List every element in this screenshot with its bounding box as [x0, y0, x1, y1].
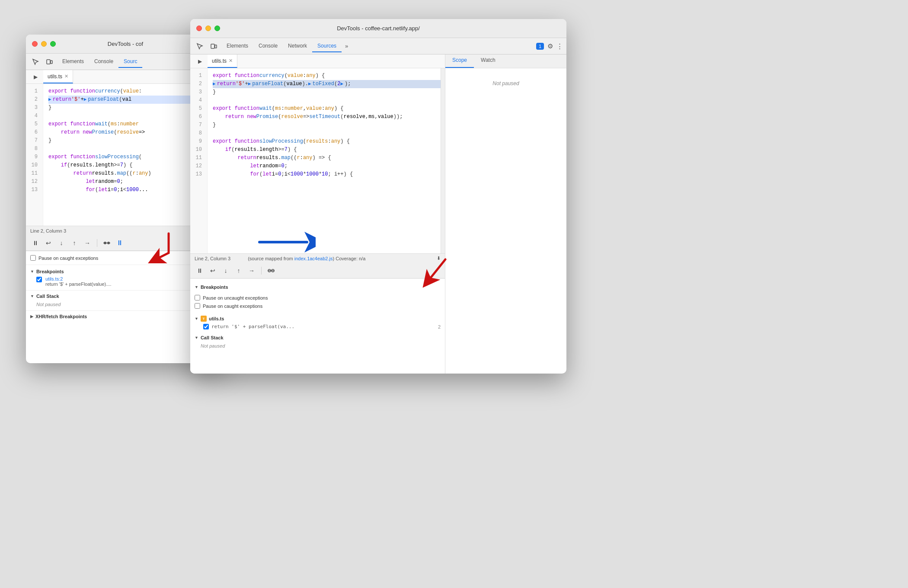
- tab-watch[interactable]: Watch: [474, 54, 502, 68]
- bp-checkbox-back[interactable]: [36, 277, 42, 282]
- bp-code-text: return '$' + parseFloat(va...: [211, 324, 435, 329]
- pause-uncaught-row: Pause on uncaught exceptions: [195, 294, 441, 302]
- file-tab-close[interactable]: ✕: [64, 74, 68, 79]
- pause-caught-row-main: Pause on caught exceptions: [195, 302, 441, 310]
- coverage-download-icon[interactable]: ⬇: [437, 256, 441, 261]
- scope-content: Not paused: [445, 68, 566, 374]
- tab-scope[interactable]: Scope: [445, 54, 474, 68]
- device-mode-icon-main[interactable]: [208, 40, 220, 52]
- utils-file-header[interactable]: ▼ T utils.ts: [195, 314, 441, 323]
- tabbar-main: Elements Console Network Sources » 1 ⚙ ⋮: [190, 38, 566, 54]
- pause-uncaught-label: Pause on uncaught exceptions: [203, 295, 268, 300]
- maximize-button-main[interactable]: [214, 26, 220, 31]
- pause-caught-label-main: Pause on caught exceptions: [203, 304, 262, 309]
- file-tab-name-main: utils.ts: [212, 58, 227, 64]
- console-badge[interactable]: 1: [536, 43, 544, 50]
- pause-resume-btn-main[interactable]: ⏸: [195, 265, 205, 276]
- deactivate-breakpoints-main[interactable]: [266, 265, 276, 276]
- step-out-main[interactable]: ↑: [233, 265, 244, 276]
- svg-rect-5: [211, 44, 214, 48]
- scope-not-paused: Not paused: [487, 75, 524, 92]
- source-map-link[interactable]: index.1ac4eab2.js: [294, 256, 333, 261]
- debug-toolbar-main: ⏸ ↩ ↓ ↑ →: [190, 263, 445, 278]
- left-panel: ▶ utils.ts ✕ 1234 5678 910111213 export …: [190, 54, 445, 374]
- file-tab-utils-main[interactable]: utils.ts ✕: [208, 54, 237, 68]
- maximize-button-back[interactable]: [50, 41, 56, 47]
- tab-sources-back[interactable]: Sourc: [118, 56, 142, 68]
- status-bar-main: Line 2, Column 3 (source mapped from ind…: [190, 253, 445, 263]
- minimize-button-main[interactable]: [205, 26, 211, 31]
- step-main[interactable]: →: [246, 265, 257, 276]
- step-over-main[interactable]: ↩: [208, 265, 218, 276]
- status-source-main: (source mapped from index.1ac4eab2.js) C…: [248, 256, 365, 261]
- line-numbers-back: 1234 5678 910111213: [26, 84, 43, 226]
- step-into-main[interactable]: ↓: [221, 265, 231, 276]
- run-snippets-icon-main[interactable]: ▶: [194, 55, 206, 67]
- run-snippets-icon[interactable]: ▶: [29, 71, 42, 83]
- bp-file-back: utils.ts:2: [45, 276, 111, 281]
- utils-file-label: utils.ts: [209, 316, 224, 321]
- tab-elements-back[interactable]: Elements: [57, 56, 89, 68]
- pause-resume-btn-back[interactable]: ⏸: [30, 238, 41, 248]
- svg-point-4: [107, 242, 110, 244]
- more-options-icon[interactable]: ⋮: [556, 42, 563, 50]
- step-into-back[interactable]: ↓: [56, 238, 67, 248]
- toolbar-separator-back: [97, 239, 97, 247]
- pause-caught-checkbox-main[interactable]: [195, 303, 200, 309]
- tab-sources-main[interactable]: Sources: [312, 40, 342, 52]
- status-position-back: Line 2, Column 3: [30, 228, 66, 233]
- tab-console-main[interactable]: Console: [253, 40, 283, 52]
- code-editor-main: 1234 5678 910111213 export function curr…: [190, 68, 445, 253]
- scope-watch-tabbar: Scope Watch: [445, 54, 566, 68]
- step-over-back[interactable]: ↩: [43, 238, 54, 248]
- callstack-label-main: Call Stack: [201, 335, 224, 340]
- step-back[interactable]: →: [82, 238, 93, 248]
- select-mode-icon[interactable]: [29, 56, 42, 68]
- file-tab-close-main[interactable]: ✕: [229, 58, 233, 64]
- pause-uncaught-checkbox[interactable]: [195, 295, 200, 300]
- svg-point-3: [104, 242, 106, 244]
- xhr-label-back: XHR/fetch Breakpoints: [35, 314, 87, 319]
- settings-icon[interactable]: ⚙: [547, 42, 553, 50]
- toolbar-separator-main: [261, 267, 262, 275]
- deactivate-breakpoints-back[interactable]: [102, 238, 112, 248]
- line-numbers-main: 1234 5678 910111213: [190, 68, 208, 253]
- file-icon-utils: T: [201, 316, 207, 322]
- device-mode-icon[interactable]: [43, 56, 55, 68]
- titlebar-main: DevTools - coffee-cart.netlify.app/: [190, 19, 566, 38]
- scrollbar-main[interactable]: [441, 68, 445, 253]
- tab-console-back[interactable]: Console: [89, 56, 118, 68]
- breakpoints-label-main: Breakpoints: [201, 284, 228, 290]
- close-button-main[interactable]: [196, 26, 202, 31]
- breakpoints-header-main[interactable]: ▼ Breakpoints: [195, 283, 441, 291]
- svg-rect-6: [215, 45, 217, 48]
- bp-line-num: 2: [438, 324, 441, 329]
- more-tabs-icon[interactable]: »: [342, 43, 352, 49]
- file-tab-name: utils.ts: [48, 74, 62, 80]
- callstack-header-main[interactable]: ▼ Call Stack: [195, 334, 441, 342]
- bp-code-row: return '$' + parseFloat(va... 2: [195, 323, 441, 330]
- svg-rect-1: [51, 61, 52, 64]
- file-tab-utils-back[interactable]: utils.ts ✕: [43, 70, 73, 83]
- traffic-lights-back[interactable]: [32, 41, 56, 47]
- callstack-not-paused-main: Not paused: [195, 342, 441, 350]
- file-tabbar-main: ▶ utils.ts ✕: [190, 54, 445, 68]
- right-panel: Scope Watch Not paused: [445, 54, 566, 374]
- minimize-button-back[interactable]: [41, 41, 47, 47]
- close-button-back[interactable]: [32, 41, 38, 47]
- bp-code-back: return '$' + parseFloat(value)....: [45, 281, 111, 287]
- pause-caught-checkbox-back[interactable]: [30, 255, 36, 261]
- bp-code-checkbox[interactable]: [203, 324, 209, 329]
- status-position-main: Line 2, Column 3: [195, 256, 230, 261]
- pause-on-exception-back[interactable]: ⏸: [115, 238, 125, 248]
- svg-rect-0: [47, 60, 50, 64]
- traffic-lights-main[interactable]: [196, 26, 220, 31]
- window-title-back: DevTools - cof: [108, 41, 143, 47]
- step-out-back[interactable]: ↑: [69, 238, 80, 248]
- tab-elements-main[interactable]: Elements: [221, 40, 253, 52]
- code-lines-main: export function currency(value: any) { ▶…: [208, 68, 441, 253]
- tab-network-main[interactable]: Network: [283, 40, 312, 52]
- select-mode-icon-main[interactable]: [194, 40, 206, 52]
- breakpoints-label-back: Breakpoints: [36, 269, 64, 274]
- callstack-label-back: Call Stack: [36, 294, 59, 299]
